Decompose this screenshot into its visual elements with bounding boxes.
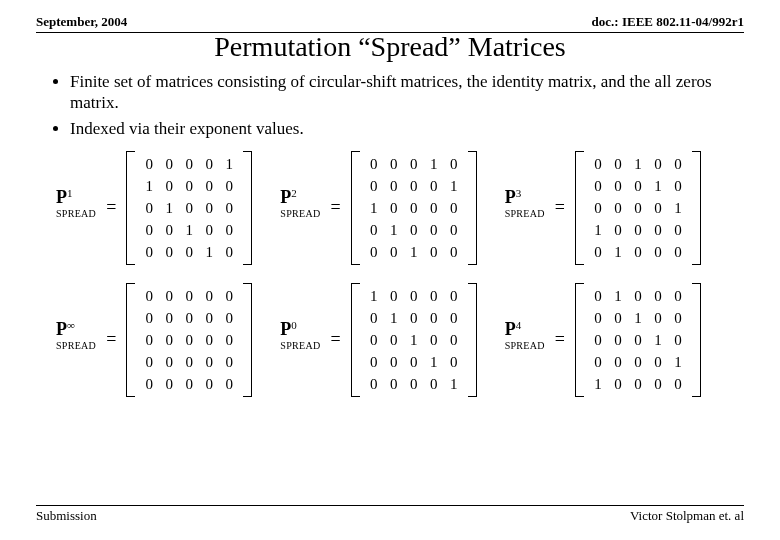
eq-p2: P2SPREAD = 0001000001100000100000100: [280, 151, 476, 265]
matrix-cell: 1: [424, 153, 444, 175]
matrix-cell: 0: [444, 241, 464, 263]
matrix-cell: 0: [628, 175, 648, 197]
matrix-cell: 0: [424, 285, 444, 307]
matrix-cell: 0: [384, 241, 404, 263]
matrix-cell: 1: [628, 153, 648, 175]
matrix-cell: 0: [444, 351, 464, 373]
matrix-cell: 0: [668, 307, 688, 329]
matrix-cell: 0: [648, 351, 668, 373]
matrix-cell: 0: [588, 197, 608, 219]
matrix-cell: 0: [179, 153, 199, 175]
matrix-cell: 0: [219, 197, 239, 219]
matrix-cell: 0: [199, 197, 219, 219]
matrix-cell: 0: [139, 351, 159, 373]
equals-sign: =: [326, 329, 344, 350]
matrix-cell: 0: [588, 351, 608, 373]
matrix: 0100000100000100000110000: [575, 283, 701, 397]
matrix-cell: 0: [668, 241, 688, 263]
matrix-label: P0SPREAD: [280, 319, 320, 361]
matrix-cell: 1: [424, 351, 444, 373]
matrix-cell: 0: [628, 219, 648, 241]
matrix-cell: 0: [404, 285, 424, 307]
matrix-cell: 1: [179, 219, 199, 241]
matrix-cell: 0: [139, 197, 159, 219]
eq-p4: P4SPREAD = 0100000100000100000110000: [505, 283, 701, 397]
matrix-cell: 0: [608, 153, 628, 175]
matrix-cell: 0: [159, 153, 179, 175]
matrix-cell: 0: [588, 175, 608, 197]
matrix-cell: 0: [159, 307, 179, 329]
equals-sign: =: [326, 197, 344, 218]
matrix-cell: 0: [668, 373, 688, 395]
matrix-cell: 0: [219, 175, 239, 197]
matrix-label: P3SPREAD: [505, 187, 545, 229]
matrix-cell: 0: [139, 329, 159, 351]
matrix-cell: 1: [668, 351, 688, 373]
footer-right: Victor Stolpman et. al: [630, 508, 744, 524]
matrix-cell: 0: [199, 219, 219, 241]
matrix-cell: 0: [384, 329, 404, 351]
matrix-cell: 0: [424, 241, 444, 263]
matrix-cell: 1: [364, 285, 384, 307]
matrix-cell: 1: [648, 175, 668, 197]
eq-p1: P1SPREAD = 0000110000010000010000010: [56, 151, 252, 265]
matrix-cell: 1: [404, 329, 424, 351]
matrix-cell: 0: [444, 219, 464, 241]
matrix-cell: 0: [219, 219, 239, 241]
matrix-cell: 0: [179, 197, 199, 219]
matrix-cell: 0: [159, 219, 179, 241]
equals-sign: =: [551, 197, 569, 218]
equals-sign: =: [551, 329, 569, 350]
matrix-cell: 0: [179, 175, 199, 197]
matrix-cell: 1: [384, 307, 404, 329]
matrix-cell: 0: [219, 307, 239, 329]
matrix-cell: 1: [139, 175, 159, 197]
matrix-cell: 1: [384, 219, 404, 241]
matrix: 0010000010000011000001000: [575, 151, 701, 265]
matrix: 0000110000010000010000010: [126, 151, 252, 265]
header-date: September, 2004: [36, 14, 127, 30]
matrix-cell: 1: [608, 285, 628, 307]
header-docref: doc.: IEEE 802.11-04/992r1: [592, 14, 744, 30]
matrix-cell: 0: [384, 197, 404, 219]
matrix-cell: 0: [384, 351, 404, 373]
matrix-cell: 0: [404, 153, 424, 175]
matrix-cell: 0: [219, 285, 239, 307]
matrix-cell: 0: [444, 329, 464, 351]
matrix-cell: 0: [179, 351, 199, 373]
matrix-cell: 0: [424, 197, 444, 219]
matrix-cell: 0: [139, 307, 159, 329]
matrix-cell: 0: [668, 329, 688, 351]
matrix-cell: 1: [648, 329, 668, 351]
matrix: 0001000001100000100000100: [351, 151, 477, 265]
matrix-cell: 0: [444, 197, 464, 219]
matrix-cell: 0: [159, 373, 179, 395]
matrix-label: P1SPREAD: [56, 187, 96, 229]
equation-row: P1SPREAD = 0000110000010000010000010 P2S…: [56, 151, 744, 265]
matrix-cell: 0: [424, 219, 444, 241]
eq-p3: P3SPREAD = 0010000010000011000001000: [505, 151, 701, 265]
matrix-cell: 1: [364, 197, 384, 219]
matrix-cell: 1: [588, 373, 608, 395]
matrix-cell: 1: [159, 197, 179, 219]
matrix-cell: 0: [404, 373, 424, 395]
matrix-cell: 0: [668, 175, 688, 197]
matrix-cell: 0: [588, 285, 608, 307]
matrix-cell: 0: [219, 241, 239, 263]
matrix-cell: 1: [668, 197, 688, 219]
matrix-cell: 1: [444, 373, 464, 395]
matrix-cell: 0: [199, 373, 219, 395]
page-title: Permutation “Spread” Matrices: [36, 31, 744, 63]
matrix-cell: 0: [444, 307, 464, 329]
matrix-cell: 0: [608, 351, 628, 373]
matrix-label: P2SPREAD: [280, 187, 320, 229]
matrix: 0000000000000000000000000: [126, 283, 252, 397]
matrix-cell: 0: [384, 175, 404, 197]
matrix-cell: 0: [159, 241, 179, 263]
matrix-cell: 0: [628, 351, 648, 373]
matrix-cell: 0: [668, 285, 688, 307]
matrix-cell: 0: [219, 351, 239, 373]
matrix-cell: 0: [628, 285, 648, 307]
matrix-label: P∞SPREAD: [56, 319, 96, 361]
eq-pinf: P∞SPREAD = 0000000000000000000000000: [56, 283, 252, 397]
